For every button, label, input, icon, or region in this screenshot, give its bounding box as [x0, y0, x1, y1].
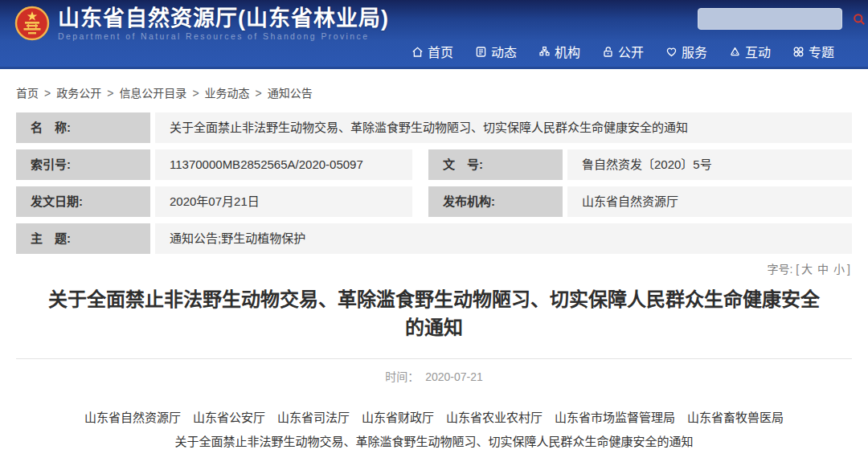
nav-label: 首页 — [428, 42, 453, 61]
meta-value-name: 关于全面禁止非法野生动物交易、革除滥食野生动物陋习、切实保障人民群众生命健康安全… — [155, 112, 852, 143]
meta-value-agency: 山东省自然资源厅 — [567, 186, 852, 217]
home-icon — [411, 46, 424, 58]
news-icon — [475, 46, 487, 58]
title-divider — [16, 358, 852, 359]
font-size-control: 字号: [大中小] — [18, 260, 850, 276]
meta-row-index-docnum: 索引号: 11370000MB2852565A/2020-05097 文 号: … — [16, 149, 852, 180]
publish-time: 时间：2020-07-21 — [16, 368, 852, 384]
nav-label: 专题 — [809, 42, 834, 61]
meta-label-date: 发文日期: — [16, 186, 150, 217]
search-input[interactable] — [698, 9, 853, 29]
nav-item-topics[interactable]: 专题 — [792, 42, 834, 61]
breadcrumb-separator: > — [192, 87, 199, 100]
font-size-small[interactable]: 小 — [833, 263, 845, 276]
nav-label: 公开 — [618, 42, 644, 61]
org-icon — [538, 46, 551, 58]
interact-icon — [729, 46, 741, 58]
breadcrumb-business-news[interactable]: 业务动态 — [205, 87, 250, 100]
article-title: 关于全面禁止非法野生动物交易、革除滥食野生动物陋习、切实保障人民群众生命健康安全… — [47, 285, 821, 341]
breadcrumb-home[interactable]: 首页 — [16, 87, 39, 100]
nav-label: 互动 — [745, 42, 771, 61]
nav-item-news[interactable]: 动态 — [475, 42, 517, 61]
meta-value-date: 2020年07月21日 — [155, 186, 412, 217]
meta-row-topic: 主 题: 通知公告;野生动植物保护 — [16, 223, 852, 254]
nav-item-home[interactable]: 首页 — [411, 42, 453, 61]
article-subtitle-line: 关于全面禁止非法野生动物交易、革除滥食野生动物陋习、切实保障人民群众生命健康安全… — [16, 430, 852, 454]
meta-row-date-agency: 发文日期: 2020年07月21日 发布机构: 山东省自然资源厅 — [16, 186, 852, 217]
site-title: 山东省自然资源厅(山东省林业局) — [58, 6, 389, 31]
meta-label-index: 索引号: — [16, 149, 150, 180]
search-box — [698, 8, 842, 30]
site-header: 山东省自然资源厅(山东省林业局) Department of Natural R… — [0, 0, 868, 69]
search-icon[interactable] — [853, 9, 866, 29]
nav-label: 机构 — [555, 42, 580, 61]
breadcrumb-separator: > — [44, 87, 51, 100]
unlock-icon — [602, 46, 614, 58]
breadcrumb-info-catalog[interactable]: 信息公开目录 — [119, 87, 186, 100]
font-size-medium[interactable]: 中 — [817, 263, 829, 276]
font-size-label: 字号: — [767, 263, 792, 276]
main-nav: 首页 动态 机构 公开 服务 — [0, 36, 868, 67]
meta-label-name: 名 称: — [16, 112, 150, 143]
breadcrumb: 首页>政务公开>信息公开目录>业务动态>通知公告 — [16, 84, 852, 100]
meta-value-index: 11370000MB2852565A/2020-05097 — [155, 149, 412, 180]
meta-label-docnum: 文 号: — [428, 149, 563, 180]
page-content: 首页>政务公开>信息公开目录>业务动态>通知公告 名 称: 关于全面禁止非法野生… — [0, 84, 868, 470]
meta-label-topic: 主 题: — [16, 223, 150, 254]
topics-icon — [792, 46, 805, 58]
meta-row-name: 名 称: 关于全面禁止非法野生动物交易、革除滥食野生动物陋习、切实保障人民群众生… — [16, 112, 852, 143]
breadcrumb-separator: > — [256, 87, 262, 100]
breadcrumb-gov-open[interactable]: 政务公开 — [56, 87, 101, 100]
nav-item-service[interactable]: 服务 — [665, 42, 707, 61]
publish-time-label: 时间： — [385, 370, 419, 383]
document-meta-table: 名 称: 关于全面禁止非法野生动物交易、革除滥食野生动物陋习、切实保障人民群众生… — [16, 112, 852, 254]
article-issuing-departments: 山东省自然资源厅 山东省公安厅 山东省司法厅 山东省财政厅 山东省农业农村厅 山… — [16, 406, 852, 430]
font-size-large[interactable]: 大 — [801, 263, 813, 276]
publish-time-value: 2020-07-21 — [425, 370, 483, 383]
meta-value-topic: 通知公告;野生动植物保护 — [155, 223, 852, 254]
meta-value-docnum: 鲁自然资发〔2020〕5号 — [567, 149, 852, 180]
nav-item-open[interactable]: 公开 — [602, 42, 644, 61]
breadcrumb-separator: > — [107, 87, 113, 100]
heart-icon — [665, 46, 678, 58]
nav-item-interact[interactable]: 互动 — [729, 42, 771, 61]
nav-label: 动态 — [491, 42, 517, 61]
font-size-bracket-close: ] — [847, 263, 850, 276]
nav-item-org[interactable]: 机构 — [538, 42, 580, 61]
nav-label: 服务 — [682, 42, 707, 61]
meta-label-agency: 发布机构: — [428, 186, 563, 217]
breadcrumb-notices[interactable]: 通知公告 — [268, 87, 313, 100]
font-size-bracket-open: [ — [796, 263, 799, 276]
